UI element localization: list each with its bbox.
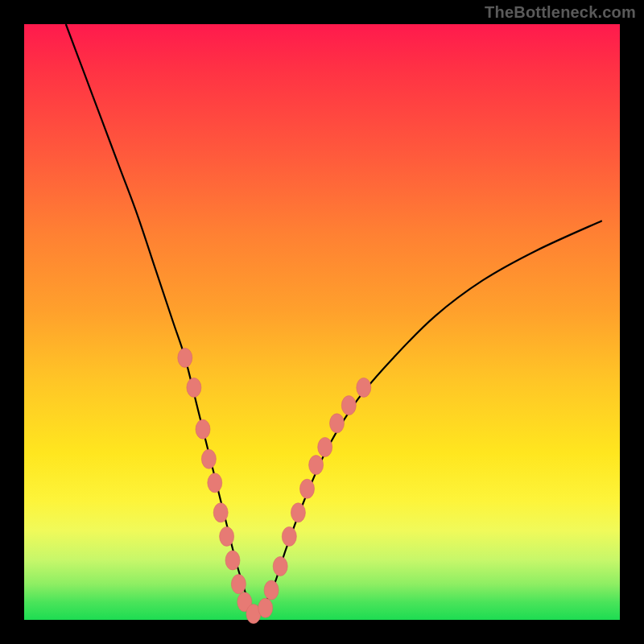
curve-marker <box>258 598 273 617</box>
curve-marker <box>282 526 296 546</box>
curve-marker <box>225 551 240 570</box>
markers-right <box>258 378 371 617</box>
curve-marker <box>273 556 287 576</box>
curve-marker <box>213 503 228 522</box>
curve-marker <box>220 526 234 546</box>
curve-marker <box>357 378 371 397</box>
chart-frame: TheBottleneck.com <box>0 0 644 644</box>
curve-marker <box>178 348 192 367</box>
curve-marker <box>187 378 201 397</box>
curve-marker <box>231 575 246 594</box>
curve-marker <box>309 456 324 475</box>
curve-marker <box>330 414 345 433</box>
curve-marker <box>264 580 279 600</box>
curve-marker <box>318 437 332 456</box>
chart-plot-area <box>24 24 620 620</box>
chart-svg <box>24 24 620 620</box>
watermark-text: TheBottleneck.com <box>485 3 636 22</box>
curve-marker <box>208 473 222 493</box>
curve-marker <box>291 503 305 522</box>
curve-marker <box>196 419 210 439</box>
curve-marker <box>300 479 315 498</box>
curve-marker <box>201 449 216 469</box>
markers-left <box>178 348 261 623</box>
curve-marker <box>341 396 356 415</box>
bottleneck-curve-path <box>66 24 602 614</box>
